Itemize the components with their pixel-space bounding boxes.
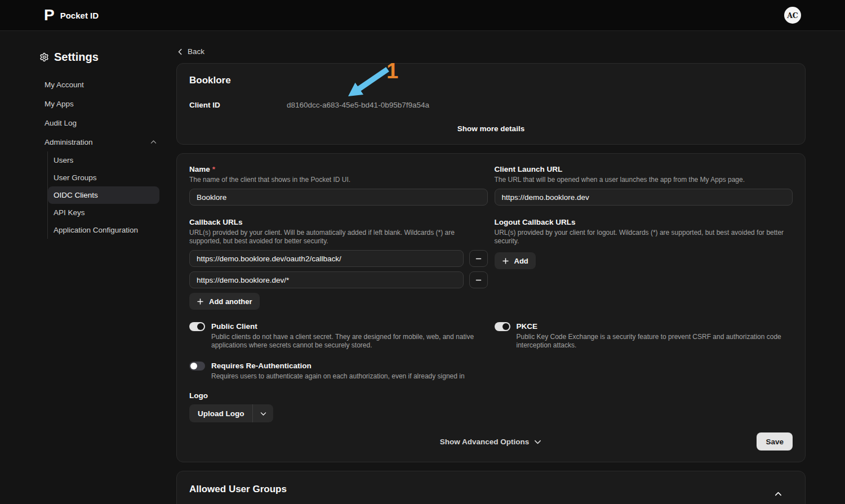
back-label: Back [188, 47, 204, 56]
pkce-description: Public Key Code Exchange is a security f… [517, 333, 787, 350]
sidebar-item-application-configuration[interactable]: Application Configuration [48, 221, 159, 239]
sidebar-item-my-apps[interactable]: My Apps [39, 94, 159, 113]
remove-callback-url-button-1[interactable] [469, 250, 488, 267]
administration-subnav: Users User Groups OIDC Clients API Keys … [47, 151, 159, 239]
add-label: Add [514, 257, 528, 265]
public-client-description: Public clients do not have a client secr… [211, 333, 482, 350]
sidebar-item-users[interactable]: Users [48, 151, 159, 169]
user-avatar[interactable]: AC [784, 7, 801, 24]
show-more-details-button[interactable]: Show more details [189, 124, 793, 133]
client-summary-card: Booklore Client ID d8160dcc-a683-45e5-bd… [176, 63, 806, 145]
callback-urls-group: Callback URLs URL(s) provided by your cl… [189, 218, 488, 310]
sidebar-item-label: Application Configuration [54, 226, 138, 234]
requires-reauth-label: Requires Re-Authentication [211, 362, 465, 371]
name-field-group: Name * The name of the client that shows… [189, 165, 488, 206]
client-id-row: Client ID d8160dcc-a683-45e5-bd41-0b95b7… [189, 101, 793, 109]
form-footer: Show Advanced Options Save [189, 432, 793, 451]
sidebar-item-audit-log[interactable]: Audit Log [39, 113, 159, 132]
brand-name: Pocket ID [60, 11, 99, 20]
sidebar-item-label: OIDC Clients [54, 191, 98, 199]
sidebar-item-oidc-clients[interactable]: OIDC Clients [48, 186, 159, 204]
pkce-label: PKCE [517, 322, 787, 331]
show-advanced-options-button[interactable]: Show Advanced Options [440, 438, 542, 446]
public-client-toggle[interactable] [189, 322, 205, 331]
callback-url-row [189, 271, 488, 288]
callback-url-row [189, 250, 488, 267]
client-id-label: Client ID [189, 101, 287, 109]
minus-icon [475, 255, 482, 262]
public-client-label: Public Client [211, 322, 482, 331]
callback-url-input-2[interactable] [189, 271, 464, 288]
toggle-knob [197, 323, 204, 330]
name-label: Name * [189, 165, 488, 174]
logout-callback-urls-description: URL(s) provided by your client for logou… [495, 229, 793, 246]
requires-reauth-toggle-group: Requires Re-Authentication Requires user… [189, 362, 488, 381]
save-button[interactable]: Save [757, 432, 793, 451]
pkce-toggle[interactable] [495, 322, 510, 331]
sidebar-item-label: User Groups [54, 173, 97, 182]
client-id-value: d8160dcc-a683-45e5-bd41-0b95b7f9a54a [287, 101, 429, 109]
chevron-down-icon [260, 410, 267, 417]
add-logout-callback-button[interactable]: Add [495, 252, 536, 269]
brand[interactable]: P Pocket ID [44, 7, 99, 23]
sidebar-title-label: Settings [54, 51, 99, 64]
sidebar-item-label: Users [54, 156, 73, 164]
remove-callback-url-button-2[interactable] [469, 271, 488, 288]
required-asterisk: * [212, 165, 215, 174]
client-edit-card: Name * The name of the client that shows… [176, 153, 806, 462]
callback-url-input-1[interactable] [189, 250, 464, 267]
launch-url-label: Client Launch URL [495, 165, 793, 174]
chevron-left-icon [176, 48, 184, 56]
sidebar-item-my-account[interactable]: My Account [39, 75, 159, 94]
allowed-user-groups-card: Allowed User Groups [176, 471, 806, 504]
launch-url-description: The URL that will be opened when a user … [495, 176, 793, 184]
add-another-label: Add another [209, 297, 252, 306]
sidebar-item-user-groups[interactable]: User Groups [48, 169, 159, 186]
requires-reauth-description: Requires users to authenticate again on … [211, 372, 465, 381]
name-input[interactable] [189, 189, 488, 206]
client-title: Booklore [189, 75, 793, 86]
sidebar-item-label: Administration [45, 138, 93, 146]
toggle-knob [190, 363, 197, 369]
gear-icon [39, 52, 49, 62]
toggle-knob [502, 323, 509, 330]
upload-logo-button[interactable]: Upload Logo [189, 404, 252, 422]
chevron-up-icon[interactable] [774, 490, 782, 498]
sidebar-item-label: Audit Log [45, 119, 77, 127]
sidebar-item-label: My Account [45, 81, 84, 89]
settings-sidebar: Settings My Account My Apps Audit Log Ad… [0, 31, 176, 504]
launch-url-field-group: Client Launch URL The URL that will be o… [495, 165, 793, 206]
name-description: The name of the client that shows in the… [189, 176, 488, 184]
upload-logo-split-button: Upload Logo [189, 404, 273, 422]
back-link[interactable]: Back [176, 47, 204, 56]
public-client-toggle-group: Public Client Public clients do not have… [189, 322, 488, 350]
pocket-id-logo-icon: P [44, 7, 55, 23]
left-toggles-group: Public Client Public clients do not have… [189, 322, 488, 422]
callback-urls-description: URL(s) provided by your client. Will be … [189, 229, 488, 246]
add-another-callback-button[interactable]: Add another [189, 293, 260, 310]
logo-label: Logo [189, 391, 488, 400]
logout-callback-urls-label: Logout Callback URLs [495, 218, 793, 227]
minus-icon [475, 276, 482, 284]
pkce-toggle-group: PKCE Public Key Code Exchange is a secur… [495, 322, 793, 422]
main-content: 1 Back Booklore Client ID d8160dcc-a683-… [176, 31, 845, 504]
requires-reauth-toggle[interactable] [189, 362, 205, 371]
top-bar: P Pocket ID AC [0, 0, 845, 31]
sidebar-item-label: My Apps [45, 100, 74, 108]
avatar-initials: AC [787, 11, 798, 20]
logo-field-group: Logo Upload Logo [189, 391, 488, 422]
callback-urls-label: Callback URLs [189, 218, 488, 227]
sidebar-item-administration[interactable]: Administration [39, 132, 159, 151]
chevron-up-icon [150, 139, 157, 146]
plus-icon [502, 257, 509, 265]
allowed-user-groups-title: Allowed User Groups [189, 484, 287, 495]
launch-url-input[interactable] [495, 189, 793, 206]
logout-callback-urls-group: Logout Callback URLs URL(s) provided by … [495, 218, 793, 310]
show-advanced-options-label: Show Advanced Options [440, 438, 530, 446]
sidebar-item-label: API Keys [54, 208, 85, 217]
chevron-down-icon [533, 438, 542, 446]
sidebar-nav: My Account My Apps Audit Log Administrat… [39, 75, 159, 239]
sidebar-item-api-keys[interactable]: API Keys [48, 204, 159, 221]
upload-logo-menu-button[interactable] [253, 404, 273, 422]
plus-icon [197, 298, 204, 305]
